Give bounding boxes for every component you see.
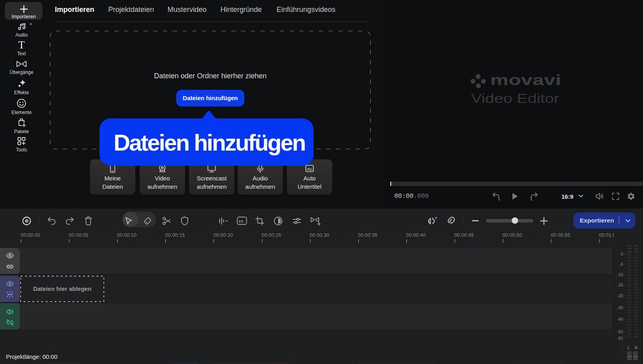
svg-text:Video Editor: Video Editor — [471, 91, 559, 106]
svg-text:movavi: movavi — [490, 72, 561, 88]
svg-text:1: 1 — [498, 196, 500, 201]
svg-text:1: 1 — [530, 196, 532, 201]
